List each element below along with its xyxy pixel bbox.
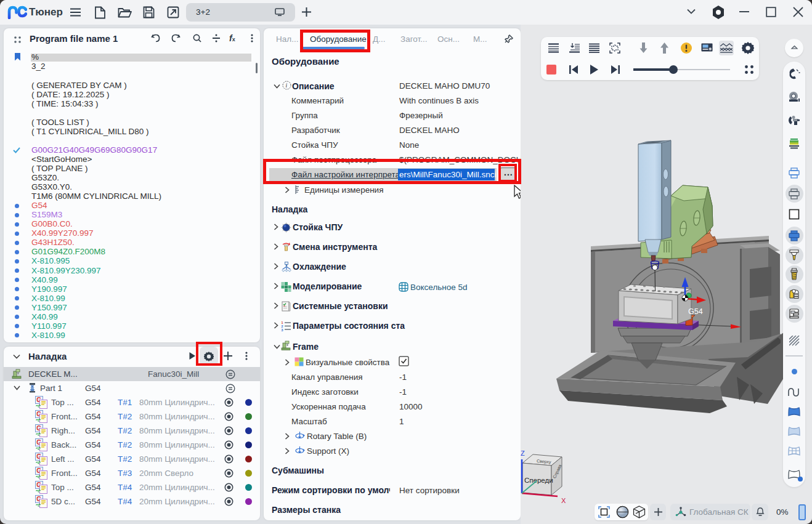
svg-text:G54: G54 <box>688 307 703 316</box>
svg-text:i: i <box>286 83 288 89</box>
svg-text:Z: Z <box>521 449 525 457</box>
svg-text:3: 3 <box>282 328 283 331</box>
svg-text:X: X <box>561 497 566 504</box>
svg-text:Спереди: Спереди <box>524 477 553 484</box>
